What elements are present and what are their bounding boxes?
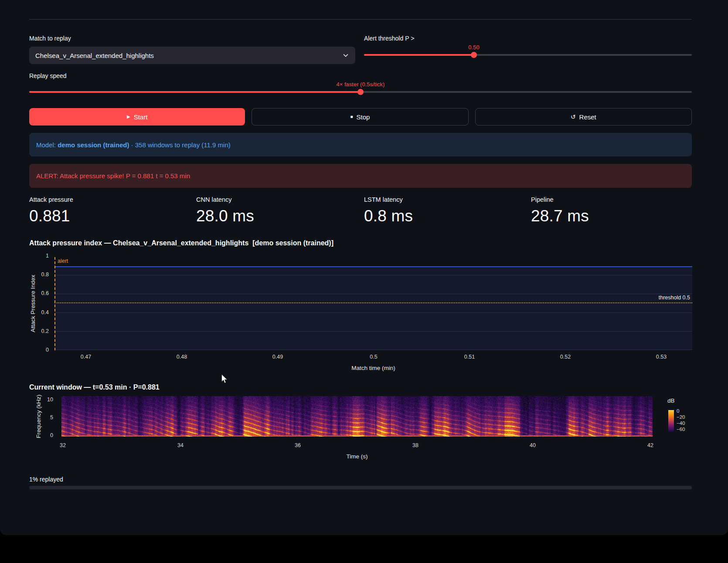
play-icon: ▶	[127, 115, 130, 119]
alert-banner: ALERT: Attack pressure spike! P = 0.881 …	[29, 164, 692, 188]
screenshot-stage: Match to replay Chelsea_v_Arsenal_extend…	[0, 0, 728, 563]
threshold-slider-value: 0.50	[468, 44, 479, 51]
gridline	[54, 275, 692, 275]
metric-label: Pipeline	[531, 196, 697, 203]
gridline	[54, 331, 692, 332]
reset-button-label: Reset	[579, 113, 596, 121]
stop-button[interactable]: ■ Stop	[252, 108, 468, 125]
time-tick: 36	[295, 442, 301, 448]
threshold-line	[54, 302, 692, 303]
threshold-slider-fill	[364, 54, 474, 56]
match-select-value: Chelsea_v_Arsenal_extended_highlights	[35, 52, 154, 59]
stop-icon: ■	[350, 115, 353, 119]
metric-value: 0.881	[29, 207, 195, 225]
x-tick: 0.5	[370, 354, 377, 360]
match-select-label: Match to replay	[29, 35, 71, 42]
colorbar-gradient	[668, 410, 674, 432]
reset-button[interactable]: ↺ Reset	[475, 108, 692, 125]
x-tick: 0.47	[81, 354, 91, 360]
threshold-line-label: threshold 0.5	[54, 295, 690, 301]
model-info-text: Model: demo session (trained) · 358 wind…	[36, 141, 231, 149]
replay-progress-bar	[29, 486, 692, 489]
speed-slider-fill	[29, 91, 361, 93]
x-tick: 0.51	[464, 354, 475, 360]
alert-banner-text: ALERT: Attack pressure spike! P = 0.881 …	[36, 172, 190, 180]
start-button[interactable]: ▶ Start	[29, 108, 245, 125]
metric-value: 0.8 ms	[364, 207, 530, 225]
threshold-slider-label: Alert threshold P >	[364, 35, 414, 42]
top-divider	[29, 19, 692, 20]
chevron-down-icon	[342, 52, 349, 59]
metric-cnn-latency: CNN latency 28.0 ms	[196, 196, 362, 225]
button-row: ▶ Start ■ Stop ↺ Reset	[29, 108, 692, 125]
start-button-label: Start	[134, 113, 148, 121]
spectrogram-xlabel: Time (s)	[61, 453, 653, 460]
time-tick: 40	[530, 442, 536, 448]
speed-slider-value: 4× faster (0.5s/tick)	[337, 81, 385, 88]
replay-progress-label: 1% replayed	[29, 476, 63, 483]
gridline	[54, 312, 692, 313]
alert-marker-label: alert	[58, 258, 68, 264]
gridline	[54, 349, 692, 350]
match-select-dropdown[interactable]: Chelsea_v_Arsenal_extended_highlights	[29, 47, 355, 64]
threshold-slider-track[interactable]	[364, 54, 692, 56]
pressure-line	[54, 266, 692, 267]
metric-lstm-latency: LSTM latency 0.8 ms	[364, 196, 530, 225]
time-tick: 38	[412, 442, 418, 448]
colorbar-tick: −20	[677, 414, 685, 420]
pressure-chart-ylabel: Attack Pressure Index	[30, 256, 36, 352]
colorbar-tick: −40	[677, 421, 685, 426]
spectrogram-title: Current window — t=0.53 min · P=0.881	[29, 383, 160, 391]
alert-marker-line	[54, 257, 55, 350]
x-tick: 0.49	[272, 354, 283, 360]
speed-slider-label: Replay speed	[29, 72, 67, 79]
pressure-chart-area-fill	[54, 267, 692, 350]
app-window: Match to replay Chelsea_v_Arsenal_extend…	[0, 0, 728, 535]
metric-label: LSTM latency	[364, 196, 530, 203]
spectrogram-ylabel: Frequency (kHz)	[35, 369, 42, 465]
stop-button-label: Stop	[357, 113, 370, 121]
time-tick: 42	[647, 442, 653, 448]
metric-value: 28.0 ms	[196, 207, 362, 225]
metric-attack-pressure: Attack pressure 0.881	[29, 196, 195, 225]
colorbar-label: dB	[667, 397, 675, 404]
time-tick: 32	[60, 442, 66, 448]
metric-value: 28.7 ms	[531, 207, 697, 225]
gridline	[54, 294, 692, 294]
pressure-chart-title: Attack pressure index — Chelsea_v_Arsena…	[29, 239, 333, 247]
x-tick: 0.52	[560, 354, 571, 360]
time-tick: 34	[177, 442, 184, 448]
x-tick: 0.53	[656, 354, 667, 360]
colorbar-tick: −60	[677, 427, 685, 432]
spectrogram-image	[61, 396, 653, 437]
pressure-chart-xlabel: Match time (min)	[54, 365, 692, 371]
reset-icon: ↺	[571, 114, 576, 120]
x-tick: 0.48	[177, 354, 187, 360]
metric-label: CNN latency	[196, 196, 362, 203]
mouse-cursor-icon	[221, 374, 228, 386]
metric-label: Attack pressure	[29, 196, 195, 203]
colorbar-tick: 0	[677, 408, 679, 414]
model-info-banner: Model: demo session (trained) · 358 wind…	[29, 133, 692, 156]
speed-slider-thumb[interactable]	[357, 89, 364, 95]
threshold-slider-thumb[interactable]	[471, 52, 477, 58]
metric-pipeline: Pipeline 28.7 ms	[531, 196, 697, 225]
